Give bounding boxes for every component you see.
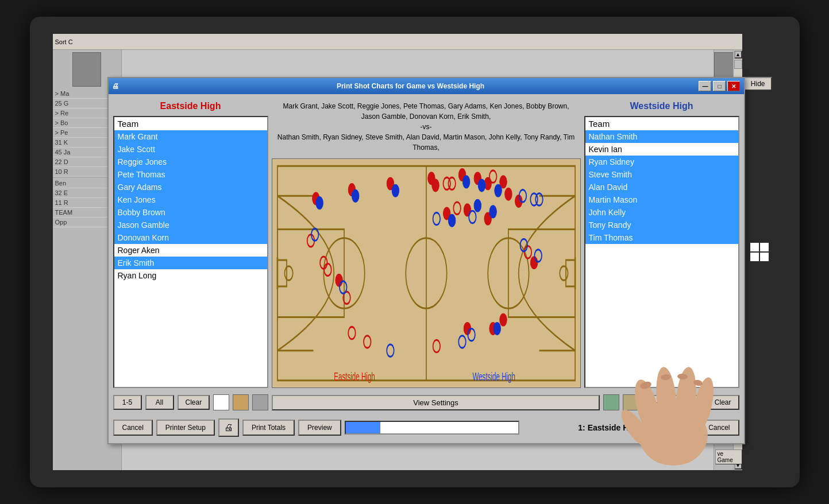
west-players-text: Nathan Smith, Ryan Sidney, Steve Smith, … bbox=[277, 133, 574, 152]
list-item[interactable]: Jason Gamble bbox=[114, 219, 267, 231]
list-item[interactable]: Reggie Jones bbox=[114, 156, 267, 168]
list-item[interactable]: Nathan Smith bbox=[585, 130, 738, 143]
bg-taskbar: Sort C bbox=[53, 34, 777, 50]
east-all-button[interactable]: All bbox=[145, 395, 174, 410]
footer-row: Cancel Printer Setup 🖨 Print Totals Prev… bbox=[113, 417, 739, 439]
device-frame: Sort C > Ma 25 G > Re > Bo > Pe 31 K 45 … bbox=[30, 17, 800, 487]
close-button[interactable]: ✕ bbox=[727, 81, 740, 91]
svg-point-55 bbox=[474, 199, 481, 211]
court-container: Eastside High Westside High bbox=[272, 158, 581, 388]
screen-area: Sort C > Ma 25 G > Re > Bo > Pe 31 K 45 … bbox=[53, 34, 777, 470]
svg-point-27 bbox=[504, 188, 512, 200]
svg-point-22 bbox=[431, 179, 439, 191]
color-box-gray[interactable] bbox=[252, 394, 268, 410]
list-item[interactable]: Martin Mason bbox=[585, 193, 738, 206]
svg-point-58 bbox=[493, 323, 501, 335]
east-player-list[interactable]: Team Mark Grant Jake Scott Reggie Jones … bbox=[113, 116, 268, 388]
sort-label: Sort C bbox=[55, 38, 73, 45]
svg-point-53 bbox=[478, 179, 485, 191]
dialog-content: Eastside High Team Mark Grant Jake Scott… bbox=[109, 94, 744, 443]
svg-point-57 bbox=[489, 206, 496, 218]
svg-text:Westside High: Westside High bbox=[472, 370, 515, 382]
dialog-title-icon: 🖨 bbox=[112, 82, 119, 90]
print-totals-button[interactable]: Print Totals bbox=[242, 420, 295, 436]
cancel-left-button[interactable]: Cancel bbox=[113, 420, 153, 436]
list-item[interactable]: John Kelly bbox=[585, 206, 738, 219]
svg-point-32 bbox=[335, 274, 342, 286]
list-item[interactable]: Steve Smith bbox=[585, 168, 738, 181]
list-item[interactable]: Gary Adams bbox=[114, 181, 267, 193]
list-item[interactable]: Bobby Brown bbox=[114, 206, 267, 219]
west-player-list[interactable]: Team Nathan Smith Kevin Ian Ryan Sidney … bbox=[584, 116, 739, 388]
windows-icon bbox=[750, 243, 769, 261]
maximize-button[interactable]: □ bbox=[713, 81, 726, 91]
view-settings-button[interactable]: View Settings bbox=[272, 395, 600, 410]
west-team-header[interactable]: Team bbox=[585, 117, 738, 130]
main-area: Eastside High Team Mark Grant Jake Scott… bbox=[113, 99, 739, 388]
cancel-right-button[interactable]: Cancel bbox=[699, 420, 739, 436]
hide-button[interactable]: Hide bbox=[744, 77, 772, 91]
west-clear-button[interactable]: Clear bbox=[707, 395, 739, 410]
dialog-titlebar: 🖨 Print Shot Charts for Game vs Westside… bbox=[109, 78, 744, 94]
bottom-controls: 1-5 All Clear View Settings 1-5 All Clea… bbox=[113, 391, 739, 413]
preview-button[interactable]: Preview bbox=[298, 420, 341, 436]
svg-point-33 bbox=[530, 257, 538, 269]
matchup-text: Mark Grant, Jake Scott, Reggie Jones, Pe… bbox=[272, 99, 581, 155]
color-box-sage[interactable] bbox=[603, 394, 619, 410]
svg-text:Eastside High: Eastside High bbox=[334, 370, 375, 382]
windows-logo bbox=[742, 34, 777, 470]
main-dialog: 🖨 Print Shot Charts for Game vs Westside… bbox=[107, 77, 745, 444]
color-box-tan[interactable] bbox=[233, 394, 249, 410]
west-1-5-button[interactable]: 1-5 bbox=[642, 395, 671, 410]
west-team-panel: Westside High Team Nathan Smith Kevin Ia… bbox=[584, 99, 739, 388]
list-item[interactable]: Alan David bbox=[585, 181, 738, 193]
center-panel: Mark Grant, Jake Scott, Reggie Jones, Pe… bbox=[272, 99, 581, 388]
list-item[interactable]: Ryan Sidney bbox=[585, 156, 738, 168]
titlebar-controls: — □ ✕ bbox=[699, 81, 740, 91]
court-svg: Eastside High Westside High bbox=[272, 159, 580, 387]
list-item[interactable]: Tony Randy bbox=[585, 219, 738, 231]
east-1-5-button[interactable]: 1-5 bbox=[113, 395, 142, 410]
list-item[interactable]: Ken Jones bbox=[114, 193, 267, 206]
list-item[interactable]: Mark Grant bbox=[114, 130, 267, 143]
east-team-title: Eastside High bbox=[113, 99, 268, 114]
printer-setup-button[interactable]: Printer Setup bbox=[156, 420, 215, 436]
list-item[interactable]: Donovan Korn bbox=[114, 231, 267, 244]
east-team-header[interactable]: Team bbox=[114, 117, 267, 130]
status-label: 1: Eastside High bbox=[523, 423, 696, 432]
dialog-title: Print Shot Charts for Game vs Westside H… bbox=[337, 82, 484, 90]
svg-point-51 bbox=[392, 184, 399, 196]
west-team-title: Westside High bbox=[584, 99, 739, 114]
svg-point-36 bbox=[499, 313, 507, 325]
player-photo-left bbox=[72, 52, 101, 87]
svg-point-49 bbox=[315, 197, 323, 209]
list-item[interactable]: Jake Scott bbox=[114, 143, 267, 156]
west-all-button[interactable]: All bbox=[674, 395, 703, 410]
list-item[interactable]: Ryan Long bbox=[114, 269, 267, 282]
svg-point-50 bbox=[352, 190, 359, 202]
svg-point-56 bbox=[448, 214, 456, 226]
list-item[interactable]: Roger Aken bbox=[114, 244, 267, 257]
print-icon-button[interactable]: 🖨 bbox=[218, 418, 239, 437]
east-clear-button[interactable]: Clear bbox=[178, 395, 210, 410]
color-box-beige[interactable] bbox=[623, 394, 639, 410]
list-item[interactable]: Tim Thomas bbox=[585, 231, 738, 244]
progress-fill bbox=[346, 422, 380, 433]
svg-point-52 bbox=[462, 176, 470, 188]
east-team-panel: Eastside High Team Mark Grant Jake Scott… bbox=[113, 99, 268, 388]
list-item[interactable]: Erik Smith bbox=[114, 257, 267, 269]
color-box-white[interactable] bbox=[213, 394, 229, 410]
svg-point-54 bbox=[494, 184, 502, 196]
progress-bar bbox=[345, 421, 520, 435]
vs-text: -vs- bbox=[421, 123, 432, 131]
minimize-button[interactable]: — bbox=[699, 81, 711, 91]
list-item[interactable]: Pete Thomas bbox=[114, 168, 267, 181]
east-players-text: Mark Grant, Jake Scott, Reggie Jones, Pe… bbox=[283, 102, 569, 121]
list-item[interactable]: Kevin Ian bbox=[585, 143, 738, 156]
svg-point-28 bbox=[464, 204, 471, 216]
printer-icon: 🖨 bbox=[224, 422, 233, 433]
